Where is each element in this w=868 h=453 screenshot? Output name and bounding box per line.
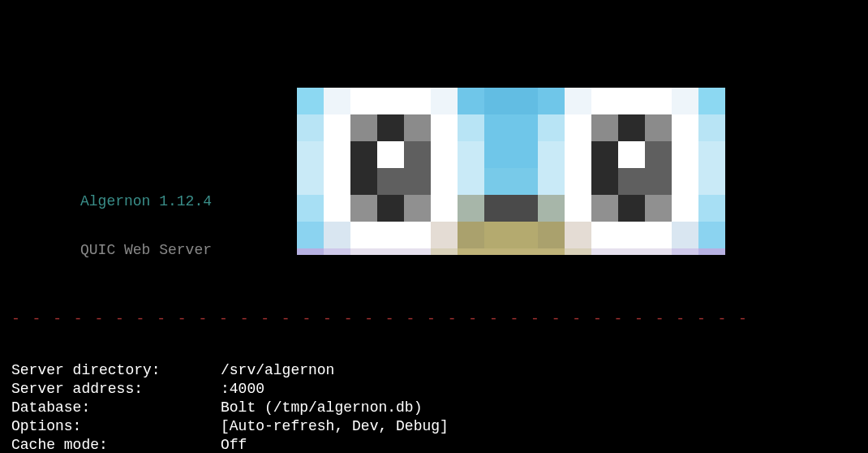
- svg-rect-70: [458, 195, 484, 222]
- info-key: Server directory:: [11, 361, 221, 380]
- svg-rect-98: [350, 248, 377, 255]
- svg-rect-76: [618, 195, 645, 222]
- svg-rect-97: [324, 248, 350, 255]
- app-subtitle: QUIC Web Server: [80, 242, 212, 258]
- svg-rect-90: [565, 222, 591, 248]
- svg-rect-65: [324, 195, 350, 222]
- mascot-logo-icon: [297, 88, 725, 255]
- svg-rect-69: [431, 195, 458, 222]
- svg-rect-71: [484, 195, 511, 222]
- svg-rect-52: [404, 168, 431, 195]
- svg-rect-33: [324, 141, 350, 168]
- svg-rect-38: [458, 141, 484, 168]
- divider: - - - - - - - - - - - - - - - - - - - - …: [11, 311, 857, 327]
- svg-rect-8: [511, 88, 538, 114]
- svg-rect-96: [297, 248, 324, 255]
- svg-rect-105: [538, 248, 565, 255]
- svg-rect-75: [591, 195, 618, 222]
- svg-rect-3: [377, 88, 404, 114]
- svg-rect-20: [404, 114, 431, 141]
- svg-rect-106: [565, 248, 591, 255]
- svg-rect-91: [591, 222, 618, 248]
- svg-rect-111: [698, 248, 725, 255]
- svg-rect-5: [431, 88, 458, 114]
- svg-rect-94: [672, 222, 698, 248]
- svg-rect-39: [484, 141, 511, 168]
- svg-rect-95: [698, 222, 725, 248]
- svg-rect-57: [538, 168, 565, 195]
- svg-rect-21: [431, 114, 458, 141]
- svg-rect-83: [377, 222, 404, 248]
- svg-rect-100: [404, 248, 431, 255]
- svg-rect-27: [591, 114, 618, 141]
- svg-rect-104: [511, 248, 538, 255]
- svg-rect-78: [672, 195, 698, 222]
- svg-rect-40: [511, 141, 538, 168]
- svg-rect-32: [297, 141, 324, 168]
- svg-rect-59: [591, 168, 618, 195]
- svg-rect-67: [377, 195, 404, 222]
- svg-rect-68: [404, 195, 431, 222]
- svg-rect-77: [645, 195, 672, 222]
- svg-rect-35: [377, 141, 404, 168]
- info-val: :4000: [221, 380, 264, 399]
- svg-rect-79: [698, 195, 725, 222]
- svg-rect-10: [565, 88, 591, 114]
- svg-rect-18: [350, 114, 377, 141]
- svg-rect-43: [591, 141, 618, 168]
- svg-rect-56: [511, 168, 538, 195]
- title-block: Algernon 1.12.4 QUIC Web Server: [80, 161, 212, 291]
- info-row: Server directory:/srv/algernon: [11, 361, 857, 380]
- svg-rect-85: [431, 222, 458, 248]
- svg-rect-99: [377, 248, 404, 255]
- svg-rect-46: [672, 141, 698, 168]
- svg-rect-14: [672, 88, 698, 114]
- svg-rect-81: [324, 222, 350, 248]
- svg-rect-37: [431, 141, 458, 168]
- svg-rect-50: [350, 168, 377, 195]
- svg-rect-86: [458, 222, 484, 248]
- svg-rect-108: [618, 248, 645, 255]
- svg-rect-41: [538, 141, 565, 168]
- svg-rect-72: [511, 195, 538, 222]
- svg-rect-53: [431, 168, 458, 195]
- svg-rect-87: [484, 222, 511, 248]
- info-val: Off: [221, 436, 247, 453]
- svg-rect-12: [618, 88, 645, 114]
- svg-rect-92: [618, 222, 645, 248]
- svg-rect-4: [404, 88, 431, 114]
- svg-rect-63: [698, 168, 725, 195]
- info-key: Options:: [11, 417, 221, 436]
- info-val: [Auto-refresh, Dev, Debug]: [221, 417, 449, 436]
- svg-rect-101: [431, 248, 458, 255]
- svg-rect-25: [538, 114, 565, 141]
- svg-rect-55: [484, 168, 511, 195]
- svg-rect-93: [645, 222, 672, 248]
- svg-rect-15: [698, 88, 725, 114]
- info-row: Server address::4000: [11, 380, 857, 399]
- svg-rect-66: [350, 195, 377, 222]
- svg-rect-0: [297, 88, 324, 114]
- svg-rect-30: [672, 114, 698, 141]
- info-key: Server address:: [11, 380, 221, 399]
- info-row: Options:[Auto-refresh, Dev, Debug]: [11, 417, 857, 436]
- svg-rect-51: [377, 168, 404, 195]
- svg-rect-26: [565, 114, 591, 141]
- svg-rect-84: [404, 222, 431, 248]
- svg-rect-48: [297, 168, 324, 195]
- info-key: Database:: [11, 399, 221, 417]
- svg-rect-110: [672, 248, 698, 255]
- svg-rect-31: [698, 114, 725, 141]
- svg-rect-44: [618, 141, 645, 168]
- svg-rect-103: [484, 248, 511, 255]
- svg-rect-11: [591, 88, 618, 114]
- svg-rect-109: [645, 248, 672, 255]
- info-val: Bolt (/tmp/algernon.db): [221, 399, 422, 417]
- svg-rect-2: [350, 88, 377, 114]
- header-area: Algernon 1.12.4 QUIC Web Server: [11, 71, 857, 254]
- svg-rect-17: [324, 114, 350, 141]
- svg-rect-88: [511, 222, 538, 248]
- svg-rect-42: [565, 141, 591, 168]
- svg-rect-107: [591, 248, 618, 255]
- info-row: Cache mode:Off: [11, 436, 857, 453]
